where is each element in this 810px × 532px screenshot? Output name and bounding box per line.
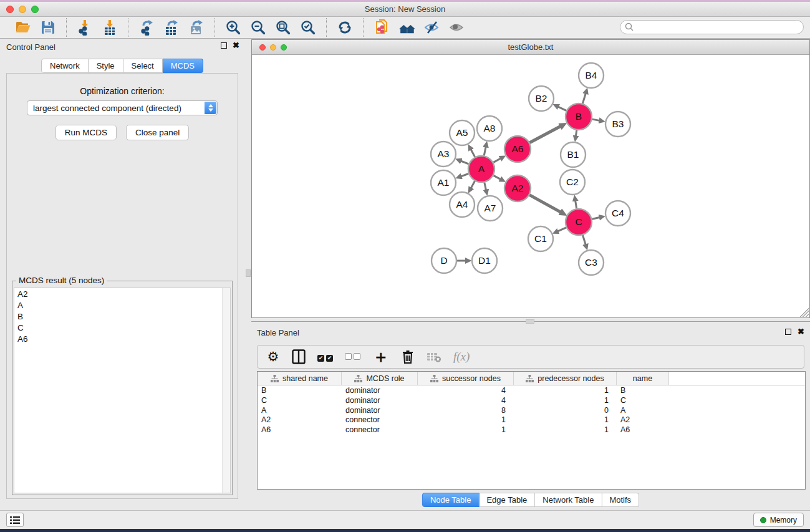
new-session-icon[interactable] xyxy=(372,19,391,36)
tab-motifs[interactable]: Motifs xyxy=(602,493,639,507)
hide-graphics-icon[interactable] xyxy=(422,19,441,36)
tab-network-table[interactable]: Network Table xyxy=(535,493,602,507)
window-titlebar[interactable]: Session: New Session xyxy=(0,2,810,17)
table-row[interactable]: Adominator80A xyxy=(258,405,805,415)
mcds-result-item[interactable]: A2 xyxy=(14,288,230,299)
node-A5[interactable]: A5 xyxy=(450,120,475,145)
deselect-all-button[interactable] xyxy=(345,349,360,365)
criterion-select[interactable]: largest connected component (directed) xyxy=(27,100,218,115)
edge-C-C1[interactable] xyxy=(557,228,566,231)
table-close-panel-icon[interactable]: ✖ xyxy=(798,329,804,335)
node-A[interactable]: A xyxy=(468,156,494,182)
node-A3[interactable]: A3 xyxy=(431,142,456,167)
zoom-out-icon[interactable] xyxy=(249,19,268,36)
edge-B-B4[interactable] xyxy=(582,94,586,104)
edge-A-A3[interactable] xyxy=(461,161,469,164)
tab-mcds[interactable]: MCDS xyxy=(163,59,203,73)
node-B3[interactable]: B3 xyxy=(605,112,630,137)
network-window-titlebar[interactable]: testGlobe.txt xyxy=(252,40,809,55)
save-icon[interactable] xyxy=(39,19,57,36)
task-history-button[interactable] xyxy=(6,513,24,527)
edge-A2-C[interactable] xyxy=(529,195,561,213)
horizontal-split-handle[interactable] xyxy=(526,319,534,324)
open-folder-icon[interactable] xyxy=(14,19,32,36)
refresh-icon[interactable] xyxy=(335,19,354,36)
column-header-successor-nodes[interactable]: successor nodes xyxy=(418,372,514,385)
edge-A6-B[interactable] xyxy=(529,127,560,143)
node-C[interactable]: C xyxy=(566,209,592,235)
columns-button[interactable] xyxy=(292,349,306,365)
table-float-panel-icon[interactable] xyxy=(785,329,791,335)
run-mcds-button[interactable]: Run MCDS xyxy=(55,125,117,140)
gear-button[interactable]: ⚙ xyxy=(266,349,280,365)
edge-B-B2[interactable] xyxy=(558,107,566,110)
node-C2[interactable]: C2 xyxy=(560,170,585,195)
tab-edge-table[interactable]: Edge Table xyxy=(479,493,535,507)
vertical-split-handle[interactable] xyxy=(246,269,251,277)
node-C4[interactable]: C4 xyxy=(605,201,630,226)
node-D[interactable]: D xyxy=(432,248,456,273)
table-row[interactable]: Cdominator41C xyxy=(258,395,805,405)
mcds-result-item[interactable]: C xyxy=(14,322,230,333)
node-A6[interactable]: A6 xyxy=(504,136,531,162)
node-D1[interactable]: D1 xyxy=(472,248,497,273)
mcds-result-item[interactable]: B xyxy=(14,311,230,322)
delete-button[interactable] xyxy=(401,349,415,365)
table-row[interactable]: A6connector11A6 xyxy=(258,425,805,435)
export-network-icon[interactable] xyxy=(137,19,156,36)
node-A4[interactable]: A4 xyxy=(450,192,475,217)
memory-button[interactable]: Memory xyxy=(753,513,804,527)
show-graphics-icon[interactable] xyxy=(447,19,466,36)
select-all-button[interactable]: ✔✔ xyxy=(317,349,333,365)
mcds-result-item[interactable]: A6 xyxy=(14,333,230,344)
clear-table-button[interactable] xyxy=(427,349,441,365)
edge-B-B1[interactable] xyxy=(576,130,576,137)
export-table-icon[interactable] xyxy=(162,19,181,36)
edge-C-C4[interactable] xyxy=(592,218,600,220)
import-network-icon[interactable] xyxy=(75,19,94,36)
export-image-icon[interactable] xyxy=(187,19,206,36)
edge-B-B3[interactable] xyxy=(592,119,600,120)
import-table-icon[interactable] xyxy=(100,19,119,36)
close-panel-icon[interactable]: ✖ xyxy=(233,42,239,49)
table-row[interactable]: A2connector11A2 xyxy=(258,415,805,425)
edge-C-C2[interactable] xyxy=(576,201,577,209)
edge-A-A4[interactable] xyxy=(471,181,475,188)
tab-style[interactable]: Style xyxy=(89,59,123,73)
zoom-fit-icon[interactable] xyxy=(274,19,292,36)
node-B2[interactable]: B2 xyxy=(529,86,554,111)
edge-C-C3[interactable] xyxy=(583,235,586,244)
node-B[interactable]: B xyxy=(566,104,592,130)
node-A8[interactable]: A8 xyxy=(477,116,502,141)
edge-A-A7[interactable] xyxy=(485,183,486,190)
column-header-name[interactable]: name xyxy=(617,372,669,385)
edge-A-A1[interactable] xyxy=(461,174,468,177)
resize-grip-icon[interactable] xyxy=(800,308,809,317)
fx-button[interactable]: f(x) xyxy=(453,349,470,365)
edge-A-A5[interactable] xyxy=(471,150,475,157)
node-B4[interactable]: B4 xyxy=(579,63,604,88)
node-C1[interactable]: C1 xyxy=(528,226,553,251)
home-icon[interactable] xyxy=(397,19,416,36)
close-panel-button[interactable]: Close panel xyxy=(126,125,189,140)
tab-select[interactable]: Select xyxy=(123,59,163,73)
node-B1[interactable]: B1 xyxy=(561,142,586,167)
node-A7[interactable]: A7 xyxy=(478,196,503,221)
node-A1[interactable]: A1 xyxy=(431,170,456,195)
column-header-shared-name[interactable]: shared name xyxy=(258,372,342,385)
float-panel-icon[interactable] xyxy=(221,42,227,49)
column-header-predecessor-nodes[interactable]: predecessor nodes xyxy=(514,372,617,385)
edge-A-A6[interactable] xyxy=(493,158,501,162)
zoom-selected-icon[interactable] xyxy=(299,19,317,36)
network-canvas[interactable]: B4B2BB3A8A5A6A3B1AA1C2A2A4A7C4CC1C3DD1 xyxy=(252,55,809,317)
tab-node-table[interactable]: Node Table xyxy=(422,493,480,507)
network-view-window[interactable]: testGlobe.txt B4B2BB3A8A5A6A3B1AA1C2A2A4… xyxy=(251,39,810,318)
add-button[interactable]: ＋ xyxy=(372,349,389,365)
scrollbar-track[interactable] xyxy=(222,288,230,493)
tab-network[interactable]: Network xyxy=(41,59,89,73)
search-input[interactable] xyxy=(620,20,804,34)
node-A2[interactable]: A2 xyxy=(504,175,531,201)
table-row[interactable]: Bdominator41B xyxy=(258,385,805,395)
node-C3[interactable]: C3 xyxy=(579,250,604,275)
mcds-result-item[interactable]: A xyxy=(14,299,230,311)
